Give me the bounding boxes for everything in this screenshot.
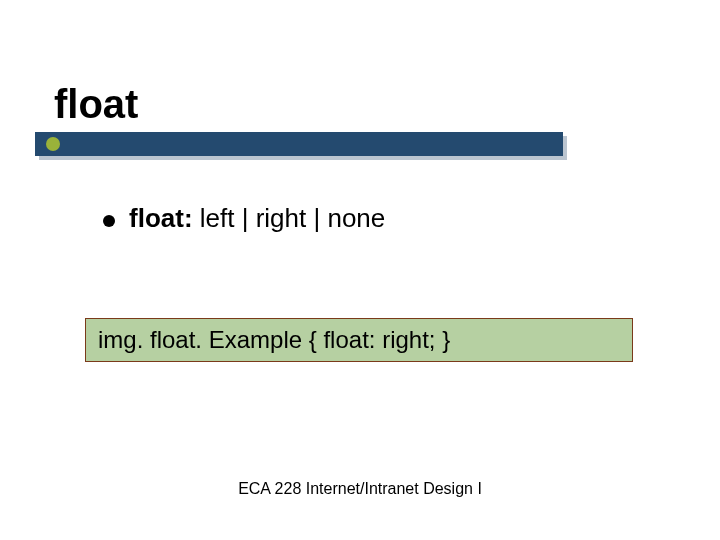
bullet-icon bbox=[103, 215, 115, 227]
slide-footer: ECA 228 Internet/Intranet Design I bbox=[0, 480, 720, 498]
bullet-item: float: left | right | none bbox=[103, 203, 385, 234]
code-example-text: img. float. Example { float: right; } bbox=[98, 326, 450, 354]
bullet-text: float: left | right | none bbox=[129, 203, 385, 234]
slide: float float: left | right | none img. fl… bbox=[0, 0, 720, 540]
bullet-property-values: left | right | none bbox=[193, 203, 386, 233]
accent-dot-icon bbox=[46, 137, 60, 151]
title-underline-bar bbox=[35, 132, 563, 156]
bullet-property-label: float: bbox=[129, 203, 193, 233]
slide-title: float bbox=[54, 82, 138, 127]
code-example-box: img. float. Example { float: right; } bbox=[85, 318, 633, 362]
